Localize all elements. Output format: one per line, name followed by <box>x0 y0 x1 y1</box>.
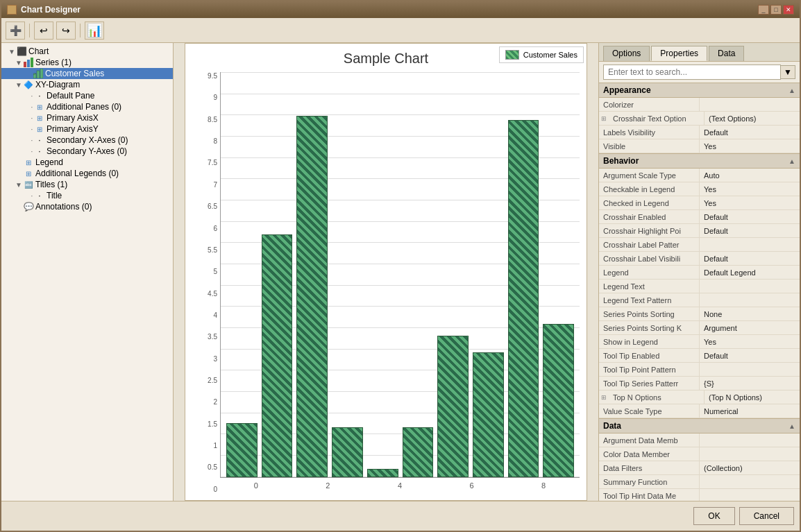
collapse-data[interactable]: ▲ <box>789 422 795 430</box>
tree-label-default-pane: Default Pane <box>47 91 94 101</box>
tree-item-additional-legends[interactable]: ⊞ Additional Legends (0) <box>1 168 173 179</box>
prop-crosshair-enabled[interactable]: Crosshair Enabled Default <box>599 210 800 224</box>
prop-tooltip-point[interactable]: Tool Tip Point Pattern <box>599 363 800 377</box>
prop-legend-text[interactable]: Legend Text <box>599 280 800 293</box>
prop-legend-text-pattern[interactable]: Legend Text Pattern <box>599 293 800 307</box>
tab-data[interactable]: Data <box>709 46 744 61</box>
tree-item-customer-sales[interactable]: Customer Sales <box>1 68 173 79</box>
secondary-y-icon: · <box>35 146 44 156</box>
collapse-behavior[interactable]: ▲ <box>789 157 795 165</box>
tree-label-additional-legends: Additional Legends (0) <box>35 169 119 178</box>
prop-tooltip-series[interactable]: Tool Tip Series Patterr {S} <box>599 377 800 391</box>
legend-swatch <box>505 50 519 60</box>
tree-item-series[interactable]: ▼ Series (1) <box>1 57 173 68</box>
prop-crosshair-highlight[interactable]: Crosshair Highlight Poi Default <box>599 224 800 238</box>
search-input[interactable] <box>603 65 781 80</box>
main-content: ▼ ⬛ Chart ▼ Series (1) <box>1 43 800 501</box>
cancel-button[interactable]: Cancel <box>739 507 794 525</box>
search-dropdown-button[interactable]: ▼ <box>781 65 795 79</box>
prop-data-filters[interactable]: Data Filters (Collection) <box>599 461 800 475</box>
expander-series[interactable]: ▼ <box>14 58 24 67</box>
prop-crosshair-text[interactable]: ⊞ Crosshair Text Option (Text Options) <box>599 112 800 126</box>
bar-0 <box>226 423 258 477</box>
expander-customer-sales[interactable] <box>24 69 33 78</box>
legend-label: Customer Sales <box>523 51 577 59</box>
maximize-button[interactable]: □ <box>770 5 782 15</box>
prop-series-sorting[interactable]: Series Points Sorting None <box>599 307 800 321</box>
tree-label-series: Series (1) <box>35 58 71 67</box>
prop-visible[interactable]: Visible Yes <box>599 139 800 153</box>
chart-button[interactable]: 📊 <box>85 22 104 40</box>
expander-secondary-x: · <box>29 135 35 145</box>
title-bar: Chart Designer _ □ ✕ <box>1 1 800 18</box>
expander-titles[interactable]: ▼ <box>14 180 24 189</box>
props-list: Appearance ▲ Colorizer ⊞ Crosshair Text … <box>599 83 800 501</box>
tree-item-title[interactable]: · · Title <box>1 190 173 201</box>
tree-item-primary-axisx[interactable]: · ⊞ Primary AxisX <box>1 112 173 123</box>
undo-button[interactable]: ↩ <box>34 22 53 40</box>
additional-panes-icon: ⊞ <box>35 102 44 112</box>
bar-3 <box>332 427 363 477</box>
tab-properties[interactable]: Properties <box>651 46 707 61</box>
svg-rect-0 <box>24 62 26 67</box>
prop-tooltip-enabled[interactable]: Tool Tip Enabled Default <box>599 349 800 363</box>
expander-chart[interactable]: ▼ <box>7 46 17 56</box>
tree-item-default-pane[interactable]: · · Default Pane <box>1 90 173 101</box>
minimize-button[interactable]: _ <box>758 5 769 15</box>
prop-argument-data[interactable]: Argument Data Memb <box>599 434 800 447</box>
prop-value-scale[interactable]: Value Scale Type Numerical <box>599 404 800 418</box>
tree-item-primary-axisy[interactable]: · ⊞ Primary AxisY <box>1 123 173 135</box>
prop-checked[interactable]: Checked in Legend Yes <box>599 196 800 210</box>
prop-top-n[interactable]: ⊞ Top N Options (Top N Options) <box>599 391 800 404</box>
prop-legend[interactable]: Legend Default Legend <box>599 266 800 280</box>
app-icon <box>7 5 17 15</box>
bar-2 <box>296 116 328 477</box>
annotations-icon: 💬 <box>24 202 33 212</box>
section-behavior[interactable]: Behavior ▲ <box>599 153 800 169</box>
prop-tooltip-hint[interactable]: Tool Tip Hint Data Me <box>599 489 800 501</box>
tree-item-xy-diagram[interactable]: ▼ 🔷 XY-Diagram <box>1 79 173 90</box>
chart-icon: ⬛ <box>17 46 26 56</box>
tree-item-titles[interactable]: ▼ 🔤 Titles (1) <box>1 179 173 190</box>
prop-series-sorting-k[interactable]: Series Points Sorting K Argument <box>599 321 800 335</box>
expander-annotations <box>14 202 24 212</box>
tree-item-additional-panes[interactable]: · ⊞ Additional Panes (0) <box>1 101 173 112</box>
prop-checkable[interactable]: Checkable in Legend Yes <box>599 182 800 196</box>
prop-summary-function[interactable]: Summary Function <box>599 475 800 489</box>
tree-item-annotations[interactable]: 💬 Annotations (0) <box>1 201 173 212</box>
tree-item-secondary-x[interactable]: · · Secondary X-Axes (0) <box>1 135 173 146</box>
close-button[interactable]: ✕ <box>783 5 794 15</box>
prop-labels-visibility[interactable]: Labels Visibility Default <box>599 126 800 139</box>
tree-item-legend[interactable]: ⊞ Legend <box>1 157 173 168</box>
tree-label-annotations: Annotations (0) <box>35 202 92 212</box>
redo-button[interactable]: ↪ <box>56 22 76 40</box>
expander-additional-legends <box>14 169 24 178</box>
title-bar-controls: _ □ ✕ <box>758 5 794 15</box>
section-behavior-label: Behavior <box>603 156 639 166</box>
bar-9 <box>543 324 574 477</box>
section-appearance[interactable]: Appearance ▲ <box>599 83 800 98</box>
window-title: Chart Designer <box>21 5 81 15</box>
prop-color-data[interactable]: Color Data Member <box>599 447 800 461</box>
toolbar-separator <box>29 24 30 37</box>
axisx-icon: ⊞ <box>35 113 44 123</box>
bar-5 <box>403 427 434 477</box>
add-button[interactable]: ➕ <box>6 22 25 40</box>
svg-rect-1 <box>27 60 30 67</box>
expander-default-pane: · <box>29 91 35 101</box>
tree-item-secondary-y[interactable]: · · Secondary Y-Axes (0) <box>1 146 173 157</box>
chart-area: Sample Chart Customer Sales 9.5 9 8.5 8 … <box>174 43 598 501</box>
expander-xy[interactable]: ▼ <box>14 80 24 89</box>
section-data[interactable]: Data ▲ <box>599 418 800 434</box>
prop-show-in-legend[interactable]: Show in Legend Yes <box>599 335 800 349</box>
prop-arg-scale[interactable]: Argument Scale Type Auto <box>599 169 800 182</box>
ok-button[interactable]: OK <box>693 507 734 525</box>
prop-colorizer[interactable]: Colorizer <box>599 98 800 112</box>
tree-item-chart[interactable]: ▼ ⬛ Chart <box>1 46 173 57</box>
prop-crosshair-label-patter[interactable]: Crosshair Label Patter <box>599 238 800 252</box>
collapse-appearance[interactable]: ▲ <box>789 87 795 94</box>
prop-crosshair-label-vis[interactable]: Crosshair Label Visibili Default <box>599 252 800 266</box>
series-icon <box>24 58 33 67</box>
tab-options[interactable]: Options <box>603 46 650 61</box>
section-appearance-label: Appearance <box>603 85 651 95</box>
